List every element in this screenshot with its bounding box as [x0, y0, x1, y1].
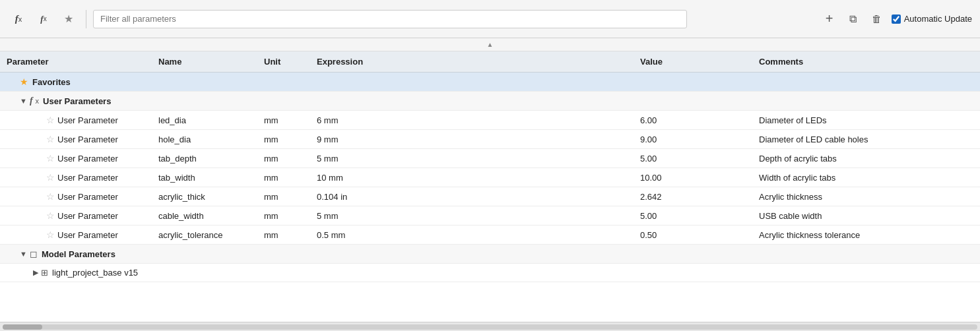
param-value-3: User Parameter: [57, 173, 118, 183]
value-cell-3: 10.00: [634, 168, 752, 187]
table-container: Parameter Name Unit Expression Value Com…: [0, 51, 980, 322]
fx-button[interactable]: fx: [8, 9, 29, 30]
table-row: ☆ User Parameter tab_width mm 10 mm 10.0…: [0, 168, 980, 187]
user-params-header-row: ▼ fx User Parameters: [0, 92, 980, 111]
comments-cell-3[interactable]: Width of acrylic tabs: [752, 168, 980, 187]
star-empty-icon-3[interactable]: ☆: [46, 172, 55, 183]
name-cell-6[interactable]: acrylic_tolerance: [152, 226, 257, 245]
star-empty-icon-5[interactable]: ☆: [46, 210, 55, 221]
expression-cell-5[interactable]: 5 mm: [310, 206, 634, 226]
collapse-arrow-row: ▲: [0, 38, 980, 51]
parameters-table: Parameter Name Unit Expression Value Com…: [0, 51, 980, 282]
name-cell-1[interactable]: hole_dia: [152, 130, 257, 149]
comments-cell-2[interactable]: Depth of acrylic tabs: [752, 149, 980, 168]
toolbar: fx fx ★ + ⧉ 🗑 Automatic Update: [0, 0, 980, 38]
model-params-header-row: ▼ ◻ Model Parameters: [0, 245, 980, 264]
content-area: Parameter Name Unit Expression Value Com…: [0, 51, 980, 331]
auto-update-text: Automatic Update: [904, 14, 972, 24]
star-empty-icon-2[interactable]: ☆: [46, 153, 55, 164]
expression-cell-3[interactable]: 10 mm: [310, 168, 634, 187]
param-cell-6: ☆ User Parameter: [0, 226, 152, 245]
toolbar-right: + ⧉ 🗑 Automatic Update: [820, 10, 972, 28]
fx2-button[interactable]: fx: [33, 9, 54, 30]
delete-button[interactable]: 🗑: [868, 10, 886, 28]
auto-update-checkbox[interactable]: [892, 15, 901, 24]
table-row: ☆ User Parameter led_dia mm 6 mm 6.00 Di…: [0, 111, 980, 130]
header-expression: Expression: [310, 51, 634, 73]
unit-cell-1: mm: [257, 130, 310, 149]
param-value-2: User Parameter: [57, 154, 118, 164]
main-layout: fx fx ★ + ⧉ 🗑 Automatic Update: [0, 0, 980, 331]
scrollbar-track: [3, 324, 977, 330]
filter-input[interactable]: [93, 10, 687, 28]
name-cell-2[interactable]: tab_depth: [152, 149, 257, 168]
unit-cell-4: mm: [257, 187, 310, 206]
name-cell-4[interactable]: acrylic_thick: [152, 187, 257, 206]
unit-cell-6: mm: [257, 226, 310, 245]
star-empty-icon-6[interactable]: ☆: [46, 229, 55, 240]
toolbar-divider: [86, 10, 86, 28]
param-cell-2: ☆ User Parameter: [0, 149, 152, 168]
value-cell-1: 9.00: [634, 130, 752, 149]
star-empty-icon-1[interactable]: ☆: [46, 134, 55, 144]
expression-cell-6[interactable]: 0.5 mm: [310, 226, 634, 245]
collapse-arrow-icon[interactable]: ▲: [487, 41, 494, 48]
scrollbar[interactable]: [0, 322, 980, 331]
model-params-label: Model Parameters: [42, 249, 115, 259]
name-cell-5[interactable]: cable_width: [152, 206, 257, 226]
unit-cell-0: mm: [257, 111, 310, 130]
param-cell-5: ☆ User Parameter: [0, 206, 152, 226]
param-cell-0: ☆ User Parameter: [0, 111, 152, 130]
model-params-chevron-icon[interactable]: ▼: [20, 250, 27, 258]
star-empty-icon-4[interactable]: ☆: [46, 191, 55, 202]
copy-button[interactable]: ⧉: [844, 10, 863, 28]
header-name: Name: [152, 51, 257, 73]
star-icon: ★: [64, 13, 73, 25]
comments-cell-4[interactable]: Acrylic thickness: [752, 187, 980, 206]
expression-cell-4[interactable]: 0.104 in: [310, 187, 634, 206]
favorites-cell: ★ Favorites: [0, 73, 980, 92]
model-sub-file-icon: ⊞: [41, 268, 48, 278]
table-row: ☆ User Parameter hole_dia mm 9 mm 9.00 D…: [0, 130, 980, 149]
header-comments: Comments: [752, 51, 980, 73]
copy-icon: ⧉: [849, 13, 857, 25]
param-value-1: User Parameter: [57, 135, 118, 144]
favorites-star-icon: ★: [20, 76, 28, 87]
unit-cell-3: mm: [257, 168, 310, 187]
comments-cell-1[interactable]: Diameter of LED cable holes: [752, 130, 980, 149]
delete-icon: 🗑: [872, 13, 882, 24]
value-cell-2: 5.00: [634, 149, 752, 168]
add-button[interactable]: +: [820, 10, 839, 28]
value-cell-0: 6.00: [634, 111, 752, 130]
expression-cell-1[interactable]: 9 mm: [310, 130, 634, 149]
scrollbar-thumb[interactable]: [3, 324, 42, 330]
expression-cell-2[interactable]: 5 mm: [310, 149, 634, 168]
star-empty-icon-0[interactable]: ☆: [46, 115, 55, 125]
comments-cell-0[interactable]: Diameter of LEDs: [752, 111, 980, 130]
value-cell-5: 5.00: [634, 206, 752, 226]
comments-cell-5[interactable]: USB cable width: [752, 206, 980, 226]
user-params-fx-icon: f: [30, 96, 33, 106]
table-row: ☆ User Parameter acrylic_thick mm 0.104 …: [0, 187, 980, 206]
user-params-chevron-icon[interactable]: ▼: [20, 97, 27, 105]
model-sub-chevron-icon[interactable]: ▶: [33, 268, 38, 277]
table-header-row: Parameter Name Unit Expression Value Com…: [0, 51, 980, 73]
expression-cell-0[interactable]: 6 mm: [310, 111, 634, 130]
unit-cell-5: mm: [257, 206, 310, 226]
param-value-0: User Parameter: [57, 115, 118, 125]
add-icon: +: [826, 11, 833, 26]
param-value-4: User Parameter: [57, 192, 118, 202]
star-button[interactable]: ★: [58, 9, 79, 30]
model-params-header-cell: ▼ ◻ Model Parameters: [0, 245, 980, 264]
header-parameter: Parameter: [0, 51, 152, 73]
param-cell-1: ☆ User Parameter: [0, 130, 152, 149]
value-cell-4: 2.642: [634, 187, 752, 206]
param-cell-4: ☆ User Parameter: [0, 187, 152, 206]
name-cell-3[interactable]: tab_width: [152, 168, 257, 187]
header-unit: Unit: [257, 51, 310, 73]
comments-cell-6[interactable]: Acrylic thickness tolerance: [752, 226, 980, 245]
name-cell-0[interactable]: led_dia: [152, 111, 257, 130]
model-sub-label: light_project_base v15: [52, 268, 138, 278]
table-row: ☆ User Parameter cable_width mm 5 mm 5.0…: [0, 206, 980, 226]
auto-update-label[interactable]: Automatic Update: [892, 14, 972, 24]
